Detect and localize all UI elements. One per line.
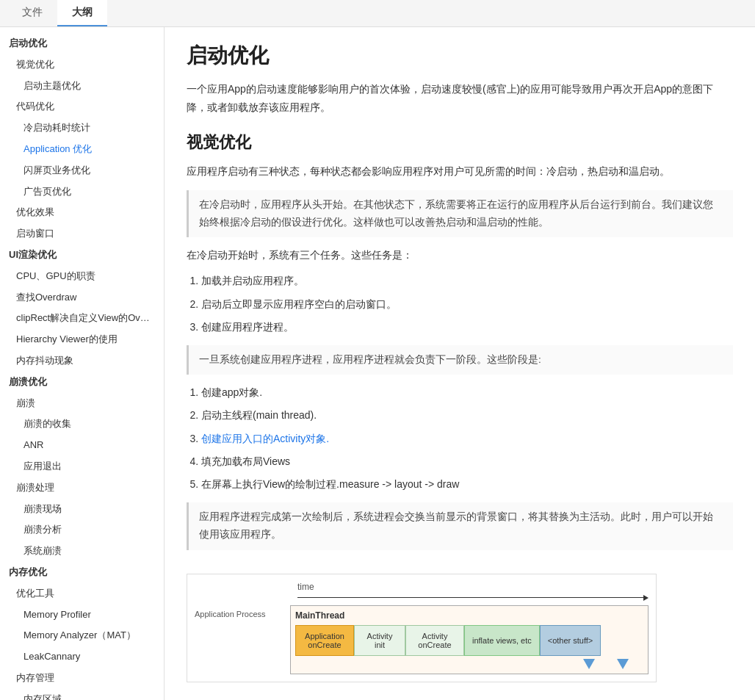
blockquote-first-draw: 应用程序进程完成第一次绘制后，系统进程会交换当前显示的背景窗口，将其替换为主活动… (187, 502, 733, 550)
block-other-stuff: <other stuff> (540, 625, 602, 656)
time-label: time (297, 582, 649, 592)
task-item-2: 启动后立即显示应用程序空白的启动窗口。 (201, 295, 733, 314)
blue-triangle-1 (583, 659, 595, 669)
task-item-3: 创建应用程序进程。 (201, 318, 733, 336)
step-5: 在屏幕上执行View的绘制过程.measure -> layout -> dra… (201, 475, 733, 494)
sidebar-item-app-exit[interactable]: 应用退出 (0, 456, 164, 477)
cold-start-intro: 在冷启动开始时，系统有三个任务。这些任务是： (187, 246, 733, 264)
sidebar-item-mem-manage[interactable]: 内存管理 (0, 668, 164, 689)
block-inflate-views: inflate views, etc (464, 625, 540, 656)
step-2: 启动主线程(main thread). (201, 406, 733, 425)
tab-file[interactable]: 文件 (7, 0, 57, 26)
task-list: 加载并启动应用程序。 启动后立即显示应用程序空白的启动窗口。 创建应用程序进程。 (201, 272, 733, 336)
sidebar-item-splash-biz-opt[interactable]: 闪屏页业务优化 (0, 160, 164, 181)
page-title: 启动优化 (187, 42, 733, 70)
sidebar-item-startup-opt[interactable]: 启动优化 (0, 33, 164, 54)
sidebar-item-opt-effect[interactable]: 优化效果 (0, 202, 164, 223)
sidebar-item-code-opt[interactable]: 代码优化 (0, 96, 164, 118)
sidebar-item-cold-start-stat[interactable]: 冷启动耗时统计 (0, 118, 164, 139)
sidebar-item-crash-handle[interactable]: 崩溃处理 (0, 477, 164, 499)
sidebar-item-crash[interactable]: 崩溃 (0, 393, 164, 414)
sidebar-item-mem-area[interactable]: 内存区域 (0, 689, 164, 700)
tab-outline[interactable]: 大纲 (57, 0, 107, 26)
visual-opt-heading: 视觉优化 (187, 131, 733, 154)
blue-triangle-2 (617, 659, 629, 669)
sidebar-item-ad-page-opt[interactable]: 广告页优化 (0, 181, 164, 203)
top-tabs: 文件 大纲 (0, 0, 755, 27)
sidebar-item-leakcannary[interactable]: LeakCannary (0, 646, 164, 668)
sidebar-item-hierarchy-viewer[interactable]: Hierarchy Viewer的使用 (0, 329, 164, 350)
blockquote-cold-start: 在冷启动时，应用程序从头开始。在其他状态下，系统需要将正在运行的应用程序从后台运… (187, 190, 733, 238)
diagram-container: time Application Process MainThread Appl… (187, 574, 657, 682)
blue-indicators (295, 659, 643, 669)
intro-text: 一个应用App的启动速度能够影响用户的首次体验，启动速度较慢(感官上)的应用可能… (187, 80, 733, 117)
sidebar-item-splash-opt[interactable]: 启动主题优化 (0, 76, 164, 97)
sidebar-item-crash-collect[interactable]: 崩溃的收集 (0, 414, 164, 435)
sidebar-item-mem-jitter[interactable]: 内存抖动现象 (0, 350, 164, 372)
sidebar-item-crash-opt[interactable]: 崩溃优化 (0, 372, 164, 393)
blockquote-steps: 一旦系统创建应用程序进程，应用程序进程就会负责下一阶段。这些阶段是: (187, 345, 733, 375)
sidebar-item-cliprect[interactable]: clipRect解决自定义View的OverDraw (0, 308, 164, 329)
visual-intro-text: 应用程序启动有三种状态，每种状态都会影响应用程序对用户可见所需的时间：冷启动，热… (187, 162, 733, 181)
sidebar-item-app-opt[interactable]: Application 优化 (0, 139, 164, 160)
sidebar-item-mem-opt[interactable]: 内存优化 (0, 562, 164, 583)
block-activity-oncreate: Activity onCreate (405, 625, 464, 656)
sidebar-item-anr[interactable]: ANR (0, 435, 164, 456)
content-area: 启动优化 一个应用App的启动速度能够影响用户的首次体验，启动速度较慢(感官上)… (165, 27, 755, 700)
thread-blocks: Application onCreate Activity init Activ… (295, 625, 643, 656)
step-list: 创建app对象. 启动主线程(main thread). 创建应用入口的Acti… (201, 383, 733, 494)
sidebar-item-sys-crash[interactable]: 系统崩溃 (0, 541, 164, 562)
block-activity-init: Activity init (354, 625, 405, 656)
sidebar-item-visual-opt[interactable]: 视觉优化 (0, 54, 164, 76)
time-arrow (297, 595, 649, 601)
process-box: MainThread Application onCreate Activity… (290, 605, 649, 674)
sidebar-item-crash-analysis[interactable]: 崩溃分析 (0, 519, 164, 541)
step-3: 创建应用入口的Activity对象. (201, 430, 733, 448)
sidebar-item-cpu-gpu[interactable]: CPU、GPU的职责 (0, 266, 164, 287)
sidebar-item-ui-render-opt[interactable]: UI渲染优化 (0, 245, 164, 266)
sidebar-item-memory-profiler[interactable]: Memory Profiler (0, 605, 164, 626)
sidebar-item-memory-analyzer[interactable]: Memory Analyzer（MAT） (0, 625, 164, 646)
block-app-oncreate: Application onCreate (295, 625, 354, 656)
sidebar-item-start-window[interactable]: 启动窗口 (0, 223, 164, 245)
app-process-label: Application Process (195, 605, 290, 618)
main-thread-label: MainThread (295, 610, 643, 621)
task-item-1: 加载并启动应用程序。 (201, 272, 733, 290)
step-4: 填充加载布局Views (201, 452, 733, 471)
step-1: 创建app对象. (201, 383, 733, 402)
sidebar-item-crash-scene[interactable]: 崩溃现场 (0, 499, 164, 520)
sidebar: 启动优化视觉优化启动主题优化代码优化冷启动耗时统计Application 优化闪… (0, 27, 165, 700)
sidebar-item-opt-tools[interactable]: 优化工具 (0, 583, 164, 605)
sidebar-item-find-overdraw[interactable]: 查找Overdraw (0, 287, 164, 308)
